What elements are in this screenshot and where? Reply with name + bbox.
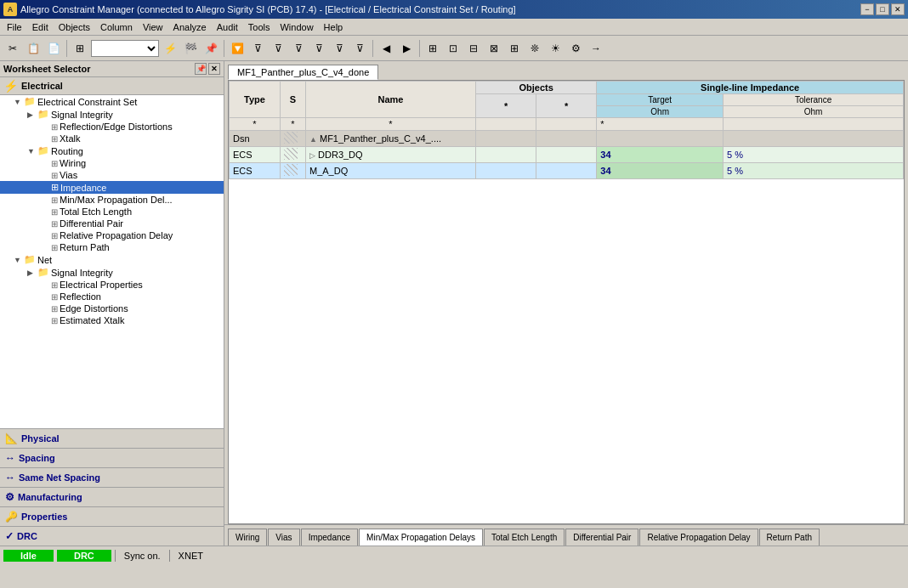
menu-tools[interactable]: Tools xyxy=(243,21,275,33)
tb-grid4[interactable]: ⊠ xyxy=(485,39,503,58)
tree-item-etchlen[interactable]: ⊞ Total Etch Length xyxy=(0,206,224,218)
asterisk-row-s: * xyxy=(281,118,306,131)
tree-item-red[interactable]: ⊞ Reflection/Edge Distortions xyxy=(0,121,224,133)
lightning-icon: ⚡ xyxy=(3,79,18,93)
tree-item-xtalk[interactable]: ⊞ Xtalk xyxy=(0,133,224,144)
tb-sun[interactable]: ☀ xyxy=(546,39,565,58)
tree-item-returnpath[interactable]: ⊞ Return Path xyxy=(0,241,224,253)
tree-item-reflection[interactable]: ⊞ Reflection xyxy=(0,291,224,302)
table-row-ecs1[interactable]: ECS ▷ DDR3_DQ 34 5 % xyxy=(230,147,904,163)
table-row-ecs2[interactable]: ECS M_A_DQ 34 5 % xyxy=(230,163,904,179)
tree-item-minmax[interactable]: ⊞ Min/Max Propagation Del... xyxy=(0,194,224,206)
filter-btn1[interactable]: ⊽ xyxy=(248,39,267,58)
tb-btn1[interactable]: ⊞ xyxy=(71,39,89,58)
close-button[interactable]: ✕ xyxy=(891,3,905,15)
maximize-button[interactable]: □ xyxy=(876,3,889,15)
ecs1-tolerance[interactable]: 5 % xyxy=(724,147,904,163)
bottom-tab-impedance[interactable]: Impedance xyxy=(301,529,358,546)
tb-btn3[interactable]: 🏁 xyxy=(181,39,200,58)
ecs2-tolerance[interactable]: 5 % xyxy=(724,163,904,179)
ws-close[interactable]: ✕ xyxy=(208,63,220,75)
tb-grid1[interactable]: ⊞ xyxy=(423,39,442,58)
tb-grid6[interactable]: ❊ xyxy=(525,39,544,58)
tree-item-netsi[interactable]: ▶ 📁 Signal Integrity xyxy=(0,266,224,279)
physical-icon: 📐 xyxy=(5,433,18,444)
bottom-tab-returnpath[interactable]: Return Path xyxy=(759,529,820,546)
tree-item-diffpair[interactable]: ⊞ Differential Pair xyxy=(0,218,224,229)
tree-item-vias[interactable]: ⊞ Vias xyxy=(0,169,224,181)
filter-btn5[interactable]: ⊽ xyxy=(330,39,349,58)
ecs1-target[interactable]: 34 xyxy=(597,147,724,163)
folder-icon-netsi: 📁 xyxy=(37,267,49,278)
tab-main[interactable]: MF1_Panther_plus_C_v4_done xyxy=(228,65,378,80)
table-row-dsn[interactable]: Dsn ▲ MF1_Panther_plus_C_v4_.... xyxy=(230,131,904,147)
filter-btn6[interactable]: ⊽ xyxy=(350,39,369,58)
grid-icon-impedance: ⊞ xyxy=(51,182,59,193)
menu-view[interactable]: View xyxy=(138,21,168,33)
folder-icon-si: 📁 xyxy=(37,109,49,120)
ecs1-name: ▷ DDR3_DQ xyxy=(306,147,476,163)
tree-item-edgedist[interactable]: ⊞ Edge Distortions xyxy=(0,302,224,314)
grid-icon-relprop: ⊞ xyxy=(51,231,58,240)
menu-column[interactable]: Column xyxy=(95,21,138,33)
menu-analyze[interactable]: Analyze xyxy=(168,21,212,33)
physical-label: Physical xyxy=(21,433,60,444)
menu-help[interactable]: Help xyxy=(319,21,349,33)
tree-item-net[interactable]: ▼ 📁 Net xyxy=(0,253,224,266)
properties-category[interactable]: 🔑 Properties xyxy=(0,506,224,526)
nav-fwd[interactable]: ▶ xyxy=(397,39,416,58)
sep1 xyxy=(66,40,67,57)
tree-item-routing[interactable]: ▼ 📁 Routing xyxy=(0,144,224,157)
sep2 xyxy=(224,40,224,57)
tb-grid3[interactable]: ⊟ xyxy=(464,39,483,58)
nav-back[interactable]: ◀ xyxy=(377,39,395,58)
tree-item-estimxtalk[interactable]: ⊞ Estimated Xtalk xyxy=(0,314,224,326)
physical-category[interactable]: 📐 Physical xyxy=(0,428,224,448)
filter-btn3[interactable]: ⊽ xyxy=(289,39,308,58)
manufacturing-category[interactable]: ⚙ Manufacturing xyxy=(0,487,224,506)
table-area: Type S Name Objects Single-line Impedanc… xyxy=(228,80,905,524)
ws-pin[interactable]: 📌 xyxy=(195,63,207,75)
tb-grid2[interactable]: ⊡ xyxy=(444,39,463,58)
tb-arrow[interactable]: → xyxy=(587,39,605,58)
bottom-tab-diffpair[interactable]: Differential Pair xyxy=(565,529,638,546)
bottom-tab-etchlen[interactable]: Total Etch Length xyxy=(484,529,565,546)
cut-button[interactable]: ✂ xyxy=(3,39,22,58)
tree-item-relprop[interactable]: ⊞ Relative Propagation Delay xyxy=(0,229,224,241)
tb-gear[interactable]: ⚙ xyxy=(566,39,585,58)
spacing-label: Spacing xyxy=(19,453,55,463)
tb-btn4[interactable]: 📌 xyxy=(201,39,220,58)
menu-audit[interactable]: Audit xyxy=(212,21,243,33)
menu-file[interactable]: File xyxy=(2,21,27,33)
spacing-category[interactable]: ↔ Spacing xyxy=(0,448,224,467)
samenet-category[interactable]: ↔ Same Net Spacing xyxy=(0,467,224,487)
asterisk-row-name: * xyxy=(306,118,476,131)
menu-window[interactable]: Window xyxy=(275,21,318,33)
tree-item-impedance[interactable]: ⊞ Impedance xyxy=(0,181,224,194)
menu-edit[interactable]: Edit xyxy=(27,21,54,33)
copy-button[interactable]: 📋 xyxy=(24,39,43,58)
toolbar-select[interactable] xyxy=(91,40,159,57)
ecs2-target[interactable]: 34 xyxy=(597,163,724,179)
drc-category[interactable]: ✓ DRC xyxy=(0,526,224,546)
tb-btn2[interactable]: ⚡ xyxy=(161,39,179,58)
tree-item-ecs[interactable]: ▼ 📁 Electrical Constraint Set xyxy=(0,95,224,108)
toolbar: ✂ 📋 📄 ⊞ ⚡ 🏁 📌 🔽 ⊽ ⊽ ⊽ ⊽ ⊽ ⊽ ◀ ▶ ⊞ ⊡ ⊟ ⊠ … xyxy=(0,36,908,61)
filter-btn2[interactable]: ⊽ xyxy=(269,39,287,58)
paste-button[interactable]: 📄 xyxy=(44,39,63,58)
minimize-button[interactable]: − xyxy=(860,3,874,15)
tree-item-elecprop[interactable]: ⊞ Electrical Properties xyxy=(0,279,224,291)
filter-all[interactable]: 🔽 xyxy=(228,39,247,58)
grid-icon-returnpath: ⊞ xyxy=(51,243,58,252)
bottom-tab-vias[interactable]: Vias xyxy=(268,529,299,546)
bottom-tab-relprop[interactable]: Relative Propagation Delay xyxy=(639,529,758,546)
bottom-tab-minmax[interactable]: Min/Max Propagation Delays xyxy=(359,529,483,546)
electrical-header[interactable]: ⚡ Electrical xyxy=(0,77,224,95)
tree-item-wiring[interactable]: ⊞ Wiring xyxy=(0,157,224,169)
tb-grid5[interactable]: ⊞ xyxy=(505,39,524,58)
menu-objects[interactable]: Objects xyxy=(54,21,95,33)
grid-icon-minmax: ⊞ xyxy=(51,195,58,205)
tree-item-si[interactable]: ▶ 📁 Signal Integrity xyxy=(0,108,224,121)
bottom-tab-wiring[interactable]: Wiring xyxy=(228,529,267,546)
filter-btn4[interactable]: ⊽ xyxy=(309,39,328,58)
